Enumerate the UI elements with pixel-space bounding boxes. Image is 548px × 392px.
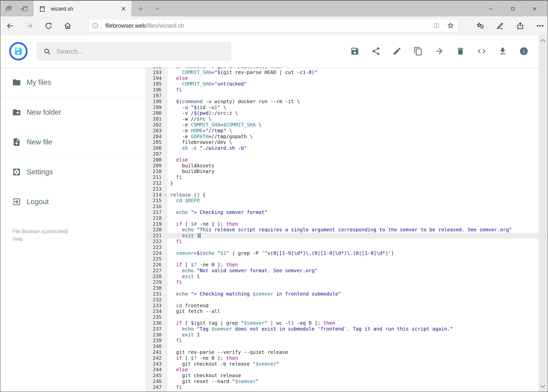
help-link[interactable]: Help [13, 235, 68, 243]
code-line-238[interactable]: 238 exit 1 [146, 332, 548, 338]
code-line-236[interactable]: 236 if [ $(git tag | grep "$semver" | wc… [146, 320, 548, 326]
code-line-222[interactable]: 222 fi [146, 238, 548, 245]
move-button[interactable] [435, 47, 444, 56]
code-line-244[interactable]: 244 else [146, 367, 548, 373]
code-line-231[interactable]: 231 echo "> Checking matching $semver in… [146, 291, 548, 297]
code-line-206[interactable]: 206 sh -c "./wizard.sh -b" [146, 145, 548, 151]
info-button[interactable] [519, 47, 528, 56]
code-line-239[interactable]: 239 fi [146, 338, 548, 343]
tab-preview-icon[interactable] [5, 5, 13, 13]
code-line-197[interactable]: 197 [146, 93, 548, 99]
code-line-202[interactable]: 202 -e COMMIT_SHA=$COMMIT_SHA \ [146, 122, 548, 128]
code-line-229[interactable]: 229 fi [146, 279, 548, 285]
code-line-223[interactable]: 223 [146, 245, 548, 250]
fold-toggle-icon[interactable]: ▾ [164, 192, 166, 198]
code-line-212[interactable]: 212} [146, 180, 548, 186]
code-line-218[interactable]: 218 [146, 215, 548, 221]
code-line-210[interactable]: 210 buildBinary [146, 168, 548, 174]
copy-button[interactable] [414, 47, 423, 56]
code-line-216[interactable]: 216 [146, 203, 548, 210]
code-line-234[interactable]: 234 git fetch --all [146, 308, 548, 314]
code-line-240[interactable]: 240 [146, 343, 548, 349]
code-line-198[interactable]: 198 $(command -v winpty) docker run --rm… [146, 99, 548, 105]
code-line-232[interactable]: 232 [146, 297, 548, 303]
code-line-245[interactable]: 245 git checkout release [146, 373, 548, 378]
code-line-205[interactable]: 205 filebrowser/dev \ [146, 139, 548, 145]
code-line-208[interactable]: 208 else [146, 157, 548, 163]
code-line-225[interactable]: 225 [146, 256, 548, 262]
code-line-237[interactable]: 237 echo "Tag $semver does not exist in … [146, 326, 548, 332]
code-editor[interactable]: 192 if command -v git &> /dev/null; then… [146, 68, 548, 392]
scroll-up-icon[interactable] [540, 38, 546, 43]
code-line-230[interactable]: 230 [146, 285, 548, 291]
code-line-203[interactable]: 203 -e HOME="//tmp" \ [146, 128, 548, 134]
code-line-209[interactable]: 209 buildAssets [146, 163, 548, 169]
code-line-227[interactable]: 227 echo "Not valid semver format. See s… [146, 268, 548, 273]
filebrowser-logo[interactable] [9, 42, 28, 61]
code-line-214[interactable]: 214▾release () { [146, 192, 548, 198]
raw-button[interactable] [477, 47, 486, 56]
home-icon[interactable] [64, 22, 72, 30]
code-line-195[interactable]: 195 COMMIT_SHA="untracked" [146, 81, 548, 87]
tab-close-icon[interactable] [120, 6, 126, 12]
url-text[interactable]: filebrowser.web/files/wizard.sh [105, 22, 184, 29]
code-line-201[interactable]: 201 -w //src \ [146, 116, 548, 122]
code-line-246[interactable]: 246 git reset --hard "$semver" [146, 378, 548, 384]
share-page-icon[interactable] [516, 22, 524, 30]
new-tab-icon[interactable] [138, 6, 144, 12]
page-scrollbar[interactable] [539, 35, 547, 392]
search-input[interactable] [56, 47, 231, 55]
code-line-211[interactable]: 211 fi [146, 174, 548, 180]
close-button[interactable] [524, 1, 546, 17]
code-line-219[interactable]: 219 if [ $# -ne 1 ]; then [146, 221, 548, 227]
hub-icon[interactable] [476, 22, 484, 30]
sidebar-item-new-folder[interactable]: New folder [0, 98, 146, 127]
code-line-193[interactable]: 193 COMMIT_SHA="$(git rev-parse HEAD | c… [146, 70, 548, 75]
sidebar-item-logout[interactable]: Logout [0, 187, 146, 217]
save-button[interactable] [350, 47, 359, 56]
code-line-194[interactable]: 194 else [146, 75, 548, 81]
search-bar[interactable] [37, 42, 231, 61]
set-tabs-aside-icon[interactable] [20, 5, 28, 13]
code-line-242[interactable]: 242 if [ $? -ne 0 ]; then [146, 355, 548, 361]
back-icon[interactable] [6, 22, 14, 30]
maximize-button[interactable] [502, 1, 524, 17]
code-line-235[interactable]: 235 [146, 314, 548, 320]
sidebar-item-new-file[interactable]: New file [0, 127, 146, 157]
more-options-icon[interactable] [536, 22, 544, 30]
code-line-200[interactable]: 200 -v /$(pwd):/src:z \ [146, 110, 548, 116]
reading-view-icon[interactable] [433, 22, 440, 29]
code-line-224[interactable]: 224 semver=$(echo "$1" | grep -P '^v(0|[… [146, 250, 548, 256]
rename-button[interactable] [392, 47, 402, 56]
tab-list-chevron-icon[interactable] [154, 6, 160, 12]
code-line-196[interactable]: 196 fi [146, 87, 548, 93]
code-line-226[interactable]: 226 if [ $? -ne 0 ]; then [146, 262, 548, 268]
code-line-207[interactable]: 207 [146, 151, 548, 157]
code-line-233[interactable]: 233 cd frontend [146, 303, 548, 309]
minimize-button[interactable] [480, 1, 502, 17]
code-line-247[interactable]: 247 fi [146, 384, 548, 390]
code-line-228[interactable]: 228 exit 1 [146, 273, 548, 280]
forward-icon[interactable] [25, 22, 33, 30]
annotate-pen-icon[interactable] [496, 22, 504, 30]
code-line-243[interactable]: 243 git checkout -b release "$semver" [146, 361, 548, 367]
code-line-215[interactable]: 215 cd $REPO [146, 198, 548, 203]
site-info-icon[interactable] [92, 22, 98, 29]
scroll-down-icon[interactable] [540, 384, 546, 388]
code-line-220[interactable]: 220 echo "This release script requires a… [146, 227, 548, 233]
refresh-icon[interactable] [45, 22, 52, 30]
browser-tab[interactable]: wizard.sh [34, 1, 132, 17]
sidebar-item-my-files[interactable]: My files [0, 68, 146, 97]
share-button[interactable] [371, 47, 381, 56]
code-line-192[interactable]: 192 if command -v git &> /dev/null; then [146, 68, 548, 70]
code-line-241[interactable]: 241 git rev-parse --verify --quiet relea… [146, 349, 548, 355]
code-line-221[interactable]: 221 exit 1 [146, 233, 548, 238]
favorite-star-icon[interactable] [447, 22, 454, 29]
code-line-204[interactable]: 204 -e GOPATH=//tmp/gopath \ [146, 134, 548, 140]
download-button[interactable] [498, 47, 507, 56]
sidebar-item-settings[interactable]: Settings [0, 157, 146, 187]
code-line-217[interactable]: 217 echo "> Checking semver format" [146, 210, 548, 215]
code-line-213[interactable]: 213 [146, 186, 548, 192]
code-line-199[interactable]: 199 -u "$(id -u)" \ [146, 105, 548, 110]
address-bar[interactable]: filebrowser.web/files/wizard.sh [88, 19, 458, 32]
